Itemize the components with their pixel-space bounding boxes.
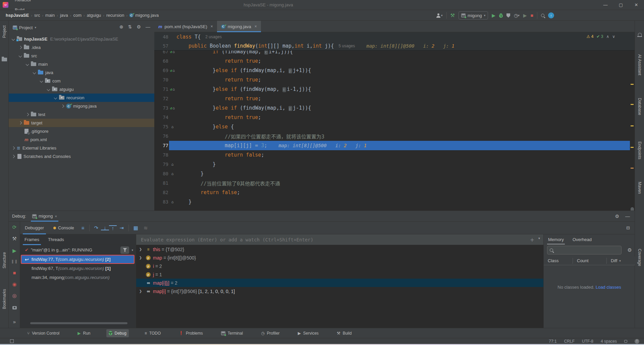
stop-icon[interactable]: ■: [9, 270, 20, 276]
load-classes-link[interactable]: Load classes: [596, 285, 621, 290]
tab-frames[interactable]: Frames: [20, 234, 44, 245]
breadcrumb-item-atguigu[interactable]: atguigu: [86, 13, 102, 18]
toolwindow-button-debug[interactable]: Debug: [106, 329, 129, 337]
run-to-cursor-icon[interactable]: ⇥: [117, 225, 126, 231]
close-tab-icon[interactable]: ×: [211, 24, 213, 29]
tree-item-main[interactable]: main: [9, 60, 154, 68]
tree-item-migong.java[interactable]: Cmigong.java: [9, 102, 154, 110]
tree-chevron-icon[interactable]: [33, 71, 36, 74]
settings-gear-icon[interactable]: ⚙: [628, 247, 632, 253]
tool-strip-coverage[interactable]: Coverage: [635, 249, 644, 266]
code-line-71[interactable]: 71↺⌂}else if (findWay(map, i:i-1,j)){: [154, 84, 635, 94]
usages-hint[interactable]: 2 usages: [205, 35, 222, 39]
memory-column-class[interactable]: Class: [544, 258, 573, 263]
stack-frame-row[interactable]: ↩findWay:77, T (com.atguigu.recursion) […: [21, 255, 135, 264]
stack-frame-row[interactable]: main:34, migong (com.atguigu.recursion): [20, 273, 136, 282]
code-line-48[interactable]: 48class T{2 usages: [154, 32, 635, 41]
project-panel-header[interactable]: Project ▾ ⊕ ⇅ ⚙ —: [9, 21, 154, 34]
tool-strip-ai-assistant[interactable]: AI Assistant: [635, 54, 644, 75]
code-line-70[interactable]: 70return true;: [154, 75, 635, 84]
file-encoding[interactable]: UTF-8: [582, 339, 593, 344]
breadcrumb-item-hspJavaSE[interactable]: hspJavaSE: [5, 13, 30, 18]
project-folder-icon[interactable]: [0, 58, 9, 61]
tree-item-com[interactable]: com: [9, 77, 154, 85]
breadcrumb-item-main[interactable]: main: [44, 13, 56, 18]
tool-strip-bookmarks[interactable]: Bookmarks: [0, 289, 9, 309]
pause-icon[interactable]: ❚❚: [9, 259, 20, 264]
close-button[interactable]: ✕: [629, 0, 644, 10]
tree-chevron-icon[interactable]: [19, 121, 22, 125]
tree-item-target[interactable]: target: [9, 119, 154, 127]
toolwindow-button-terminal[interactable]: Terminal: [219, 329, 245, 337]
breadcrumb-item-migong.java[interactable]: migong.java: [134, 13, 160, 18]
tree-chevron-icon[interactable]: [54, 96, 57, 100]
code-line-69[interactable]: 69↺⌂}else if (findWay(map,i, j:j+1)){: [154, 66, 635, 75]
memory-column-count[interactable]: Count: [573, 258, 606, 263]
event-log-icon[interactable]: !: [635, 339, 639, 344]
tree-chevron-icon[interactable]: [61, 105, 64, 108]
indent-setting[interactable]: 4 spaces: [601, 339, 617, 344]
code-line-57[interactable]: 57public Boolean findWay(int[][] map,int…: [154, 41, 635, 50]
code-editor[interactable]: 67↺⌂if (findWay(map, i:i+1,j)){68return …: [154, 32, 635, 211]
code-line-80[interactable]: 80⌂}: [154, 169, 635, 178]
code-line-83[interactable]: 83⌂}: [154, 197, 635, 207]
code-line-82[interactable]: 82return false;: [154, 188, 635, 197]
line-ending[interactable]: CRLF: [564, 339, 575, 344]
step-out-icon[interactable]: ↑: [109, 225, 117, 230]
tree-chevron-icon[interactable]: [47, 88, 50, 91]
inspections-widget[interactable]: ⚠ 4 ✔ 3 ∧ ∨: [585, 34, 617, 40]
toolwindow-button-services[interactable]: ▶Services: [296, 329, 321, 337]
evaluate-expression-icon[interactable]: ▦: [131, 225, 141, 231]
expand-chevron-icon[interactable]: ❯: [136, 289, 145, 293]
tree-item-External-Libraries[interactable]: ≣External Libraries: [9, 144, 154, 152]
toolwindow-button-todo[interactable]: ≡TODO: [142, 329, 163, 337]
caret-position[interactable]: 77:1: [549, 339, 556, 344]
breadcrumb-item-src[interactable]: src: [33, 13, 41, 18]
run-button[interactable]: ▶: [492, 13, 495, 18]
code-line-77[interactable]: 77map[i][j] = 3;map: int[8][]@500i: 2j: …: [154, 141, 635, 150]
more-actions-icon[interactable]: »: [9, 319, 20, 325]
tree-chevron-icon[interactable]: [12, 155, 15, 158]
tree-item-.gitignore[interactable]: .gitignore: [9, 127, 154, 135]
frame-rollback-icon[interactable]: ↺: [170, 68, 172, 73]
code-line-68[interactable]: 68return true;: [154, 56, 635, 66]
tree-chevron-icon[interactable]: [12, 38, 15, 41]
tree-chevron-icon[interactable]: [26, 63, 29, 66]
update-available-icon[interactable]: ↑: [548, 12, 554, 18]
tab-debugger[interactable]: Debugger: [20, 222, 49, 234]
close-tab-icon[interactable]: ×: [255, 24, 257, 29]
hide-frames-filter-button[interactable]: [120, 246, 129, 254]
stack-frame-row[interactable]: findWay:67, T (com.atguigu.recursion) [1…: [20, 264, 136, 273]
debug-session-tab[interactable]: migong ×: [31, 211, 58, 222]
tree-item-Scratches-and-Consoles[interactable]: Scratches and Consoles: [9, 152, 154, 161]
usages-hint[interactable]: 5 usages: [339, 44, 355, 48]
build-hammer-icon[interactable]: ⚒: [450, 12, 455, 18]
tree-chevron-icon[interactable]: [12, 147, 15, 150]
variable-row-this[interactable]: ❯≡this = {T@502}: [136, 245, 543, 253]
evaluate-expression-input[interactable]: Evaluate expression (Enter) or add a wat…: [136, 234, 543, 245]
frame-rollback-icon[interactable]: ↺: [170, 87, 172, 92]
expand-chevron-icon[interactable]: ❯: [136, 247, 145, 251]
run-configuration-select[interactable]: migong ▾: [459, 11, 488, 19]
step-into-icon[interactable]: ↓: [101, 225, 109, 230]
step-over-icon[interactable]: ↷: [92, 225, 101, 231]
tree-chevron-icon[interactable]: [19, 46, 22, 49]
editor-scrollbar[interactable]: [631, 207, 634, 211]
expand-chevron-icon[interactable]: ❯: [136, 256, 145, 260]
tree-item-atguigu[interactable]: atguigu: [9, 85, 154, 94]
maximize-button[interactable]: ▢: [613, 0, 629, 10]
variable-row-i[interactable]: pi = 2: [136, 262, 543, 270]
memory-column-diff[interactable]: Diff▾: [607, 258, 621, 263]
breadcrumb-item-com[interactable]: com: [72, 13, 83, 18]
stop-button[interactable]: ■: [531, 13, 533, 18]
expand-collapse-icon[interactable]: ⇅: [128, 24, 132, 30]
variable-row-mapij[interactable]: ∞map[i][j] = 2: [136, 279, 543, 287]
settings-gear-icon[interactable]: ⚙: [615, 214, 619, 219]
toolwindow-button-run[interactable]: ▶Run: [75, 329, 93, 337]
tree-item-src[interactable]: src: [9, 52, 154, 60]
menu-refactor[interactable]: Refactor: [12, 0, 35, 5]
user-icon[interactable]: ▾: [436, 13, 443, 17]
tool-strip-structure[interactable]: Structure: [0, 252, 9, 269]
coverage-button[interactable]: [506, 13, 510, 18]
settings-gear-icon[interactable]: ⚙: [137, 24, 141, 30]
